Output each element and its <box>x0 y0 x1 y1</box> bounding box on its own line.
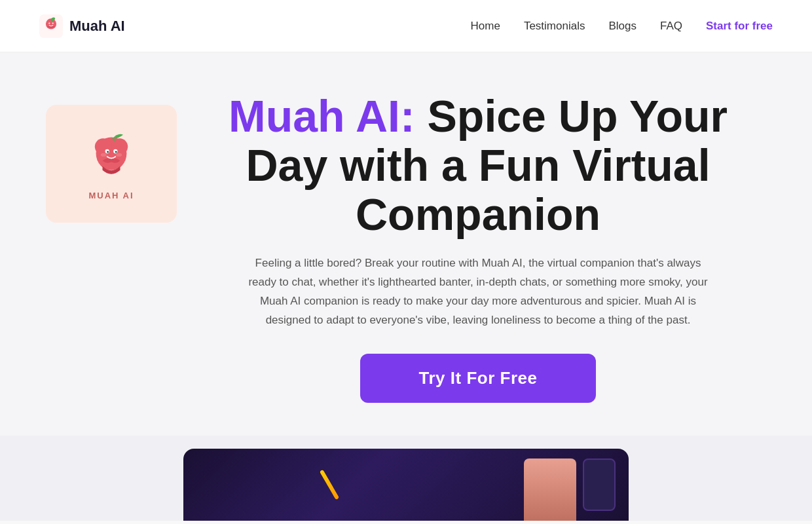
nav-link-blogs[interactable]: Blogs <box>608 20 637 32</box>
svg-point-13 <box>101 153 107 156</box>
svg-point-11 <box>107 151 109 153</box>
mascot-label: MUAH AI <box>88 191 134 200</box>
nav-link-start-for-free[interactable]: Start for free <box>706 20 773 32</box>
mascot-image-box: MUAH AI <box>46 105 177 223</box>
preview-card-inner <box>183 449 629 521</box>
nav-link-faq[interactable]: FAQ <box>660 20 682 32</box>
preview-section <box>0 436 812 521</box>
navbar: Muah AI Home Testimonials Blogs FAQ Star… <box>0 0 812 52</box>
nav-item-home[interactable]: Home <box>471 20 500 33</box>
hero-content: MUAH AI Muah AI: Spice Up Your Day with … <box>46 92 766 409</box>
svg-point-12 <box>115 151 117 153</box>
nav-links: Home Testimonials Blogs FAQ Start for fr… <box>471 20 773 33</box>
nav-link-testimonials[interactable]: Testimonials <box>524 20 585 32</box>
hero-text-block: Muah AI: Spice Up Your Day with a Fun Vi… <box>177 92 766 409</box>
nav-item-faq[interactable]: FAQ <box>660 20 682 33</box>
nav-item-testimonials[interactable]: Testimonials <box>524 20 585 33</box>
try-it-free-button[interactable]: Try It For Free <box>360 354 597 403</box>
nav-link-home[interactable]: Home <box>471 20 500 32</box>
brand-name: Muah AI <box>69 18 125 35</box>
hero-section: MUAH AI Muah AI: Spice Up Your Day with … <box>0 52 812 436</box>
phone-decoration <box>583 458 616 511</box>
nav-item-start-for-free[interactable]: Start for free <box>706 20 773 33</box>
hero-description: Feeling a little bored? Break your routi… <box>242 254 714 330</box>
nav-item-blogs[interactable]: Blogs <box>608 20 637 33</box>
pencil-decoration <box>320 470 339 500</box>
mascot-illustration <box>82 128 141 187</box>
svg-point-4 <box>52 22 54 24</box>
preview-card <box>183 449 629 521</box>
hero-title: Muah AI: Spice Up Your Day with a Fun Vi… <box>190 92 766 238</box>
brand-logo-area[interactable]: Muah AI <box>39 14 125 38</box>
svg-point-3 <box>48 22 50 24</box>
girl-decoration <box>524 458 576 521</box>
hero-title-colored: Muah AI: <box>229 91 415 141</box>
brand-icon <box>39 14 63 38</box>
svg-point-14 <box>116 153 122 156</box>
